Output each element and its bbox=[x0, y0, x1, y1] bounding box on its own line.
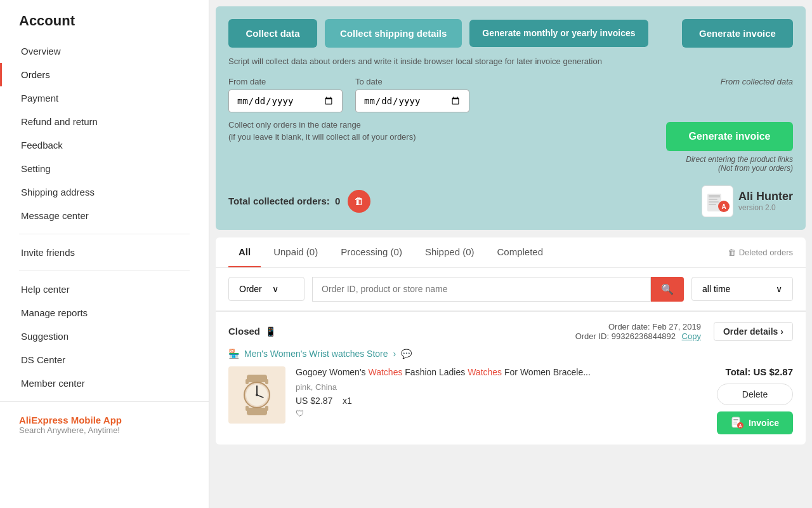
orders-tabs: All Unpaid (0) Processing (0) Shipped (0… bbox=[216, 237, 806, 268]
date-range-row: From date To date bbox=[228, 77, 469, 112]
sidebar-account-title: Account bbox=[0, 13, 209, 39]
generate-invoice-green-button[interactable]: Generate invoice bbox=[666, 122, 793, 151]
sidebar-divider2 bbox=[19, 271, 190, 271]
sidebar-item-label: Suggestion bbox=[21, 331, 69, 342]
svg-rect-4 bbox=[709, 201, 719, 203]
sidebar-item-label: Orders bbox=[21, 69, 50, 80]
copy-order-id-button[interactable]: Copy bbox=[682, 331, 701, 341]
delete-order-button[interactable]: Delete bbox=[717, 384, 793, 405]
main-content: Collect data Collect shipping details Ge… bbox=[209, 0, 812, 508]
clear-orders-button[interactable]: 🗑 bbox=[348, 190, 370, 213]
mobile-icon: 📱 bbox=[265, 326, 276, 337]
to-date-input[interactable] bbox=[355, 90, 469, 112]
from-date-group: From date bbox=[228, 77, 343, 112]
trash-small-icon: 🗑 bbox=[728, 248, 736, 257]
ali-hunter-version: version 2.0 bbox=[738, 203, 793, 212]
store-name: Men's Women's Wrist watches Store bbox=[244, 349, 388, 359]
orders-section: All Unpaid (0) Processing (0) Shipped (0… bbox=[216, 237, 806, 444]
sidebar-app-section: AliExpress Mobile App Search Anywhere, A… bbox=[0, 401, 209, 448]
collected-orders: Total collected orders: 0 🗑 bbox=[228, 190, 370, 213]
sidebar-item-help[interactable]: Help center bbox=[0, 277, 209, 301]
product-name: Gogoey Women's Watches Fashion Ladies Wa… bbox=[296, 366, 707, 379]
ali-hunter-text-group: Ali Hunter version 2.0 bbox=[738, 190, 793, 212]
total-orders-label: Total collected orders: 0 bbox=[228, 196, 340, 206]
order-filter-select[interactable]: Order ∨ bbox=[228, 277, 304, 301]
search-icon: 🔍 bbox=[661, 284, 674, 295]
product-row: Gogoey Women's Watches Fashion Ladies Wa… bbox=[228, 366, 793, 434]
script-note: Script will collect data about orders an… bbox=[228, 55, 793, 68]
svg-rect-2 bbox=[709, 195, 720, 197]
sidebar: Account Overview Orders Payment Refund a… bbox=[0, 0, 209, 508]
sidebar-item-payment[interactable]: Payment bbox=[0, 86, 209, 110]
search-wrapper: 🔍 bbox=[312, 277, 684, 302]
sidebar-item-message[interactable]: Message center bbox=[0, 204, 209, 227]
sidebar-item-shipping[interactable]: Shipping address bbox=[0, 180, 209, 204]
sidebar-item-ds[interactable]: DS Center bbox=[0, 348, 209, 371]
product-image bbox=[228, 366, 285, 424]
sidebar-item-member[interactable]: Member center bbox=[0, 371, 209, 395]
tab-completed[interactable]: Completed bbox=[487, 237, 553, 267]
date-note: Collect only orders in the date range(if… bbox=[228, 119, 469, 144]
trash-icon: 🗑 bbox=[354, 196, 364, 207]
protection-icon: 🛡 bbox=[296, 408, 707, 418]
collect-data-button[interactable]: Collect data bbox=[228, 19, 317, 48]
app-subtitle: Search Anywhere, Anytime! bbox=[19, 425, 190, 435]
from-date-input[interactable] bbox=[228, 90, 343, 112]
collect-shipping-button[interactable]: Collect shipping details bbox=[325, 19, 462, 48]
sidebar-item-label: Payment bbox=[21, 93, 58, 104]
invoice-button[interactable]: A Invoice bbox=[717, 411, 793, 434]
sidebar-item-orders[interactable]: Orders bbox=[0, 63, 209, 86]
ali-hunter-logo: A bbox=[702, 185, 733, 217]
sidebar-item-feedback[interactable]: Feedback bbox=[0, 133, 209, 157]
ali-hunter-badge: A Ali Hunter version 2.0 bbox=[702, 185, 793, 217]
svg-rect-21 bbox=[733, 419, 738, 420]
sidebar-item-suggestion[interactable]: Suggestion bbox=[0, 324, 209, 348]
sidebar-item-reports[interactable]: Manage reports bbox=[0, 301, 209, 324]
search-button[interactable]: 🔍 bbox=[651, 277, 684, 302]
order-details-button[interactable]: Order details › bbox=[714, 322, 793, 341]
product-info: Gogoey Women's Watches Fashion Ladies Wa… bbox=[296, 366, 707, 419]
sidebar-item-setting[interactable]: Setting bbox=[0, 157, 209, 180]
sidebar-item-label: Setting bbox=[21, 163, 51, 174]
monthly-invoice-button[interactable]: Generate monthly or yearly invoices bbox=[469, 20, 648, 46]
sidebar-item-label: DS Center bbox=[21, 354, 65, 365]
deleted-orders-link[interactable]: 🗑 Deleted orders bbox=[728, 248, 793, 257]
search-input[interactable] bbox=[312, 277, 651, 302]
sidebar-item-label: Message center bbox=[21, 210, 89, 221]
sidebar-item-label: Help center bbox=[21, 284, 70, 295]
top-buttons-row: Collect data Collect shipping details Ge… bbox=[228, 19, 793, 48]
sidebar-item-label: Feedback bbox=[21, 140, 63, 150]
product-actions: Total: US $2.87 Delete A Invoice bbox=[717, 366, 793, 434]
tab-shipped[interactable]: Shipped (0) bbox=[415, 237, 485, 267]
tab-processing[interactable]: Processing (0) bbox=[331, 237, 412, 267]
time-filter-select[interactable]: all time ∨ bbox=[691, 277, 793, 301]
tab-unpaid[interactable]: Unpaid (0) bbox=[263, 237, 328, 267]
to-date-group: To date bbox=[355, 77, 469, 112]
sidebar-item-label: Refund and return bbox=[21, 116, 98, 127]
tab-all[interactable]: All bbox=[228, 237, 261, 267]
from-collected-note: From collected data bbox=[721, 77, 793, 86]
chat-icon: 💬 bbox=[401, 349, 412, 359]
sidebar-item-label: Overview bbox=[21, 46, 61, 57]
sidebar-item-label: Manage reports bbox=[21, 307, 88, 318]
shield-icon: 🛡 bbox=[296, 408, 304, 418]
total-price: Total: US $2.87 bbox=[726, 366, 793, 377]
to-date-label: To date bbox=[355, 77, 469, 86]
order-date: Order date: Feb 27, 2019 bbox=[575, 322, 701, 331]
order-status: Closed 📱 bbox=[228, 326, 276, 337]
generate-invoice-top-button[interactable]: Generate invoice bbox=[682, 19, 793, 48]
chevron-down-icon: ∨ bbox=[272, 284, 278, 294]
sidebar-item-refund[interactable]: Refund and return bbox=[0, 110, 209, 133]
store-row[interactable]: 🏪 Men's Women's Wrist watches Store › 💬 bbox=[228, 349, 793, 359]
sidebar-item-label: Shipping address bbox=[21, 187, 95, 197]
sidebar-item-invite[interactable]: Invite friends bbox=[0, 241, 209, 264]
svg-rect-3 bbox=[709, 199, 717, 200]
chevron-right-icon-store: › bbox=[393, 349, 396, 359]
sidebar-item-overview[interactable]: Overview bbox=[0, 39, 209, 63]
svg-rect-13 bbox=[247, 375, 267, 382]
filter-row: Order ∨ 🔍 all time ∨ bbox=[216, 268, 806, 311]
svg-rect-23 bbox=[733, 424, 738, 425]
store-icon: 🏪 bbox=[228, 349, 239, 359]
top-panel: Collect data Collect shipping details Ge… bbox=[216, 6, 806, 230]
sidebar-item-label: Member center bbox=[21, 378, 85, 389]
